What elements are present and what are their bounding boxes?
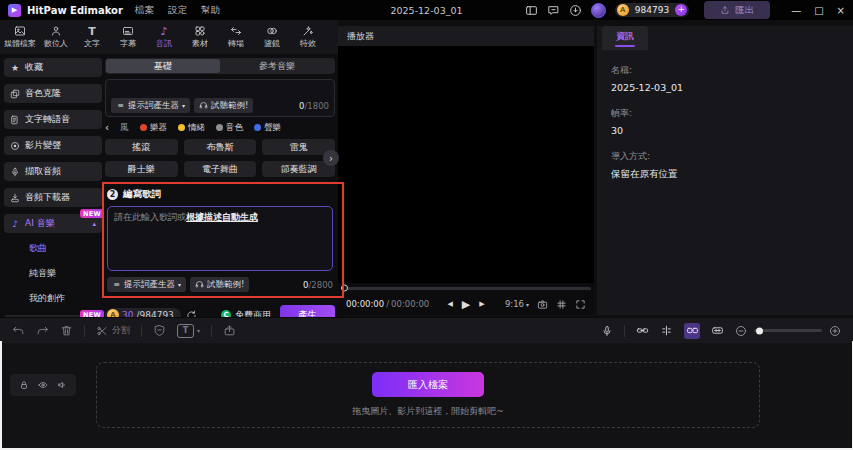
char-counter: 0/1800 <box>299 101 329 111</box>
timeline-toolbar: 分割 T ▾ <box>0 317 853 343</box>
category-vocals[interactable]: 聲樂 <box>254 122 281 134</box>
lyrics-input[interactable]: 請在此輸入歌詞或根據描述自動生成 <box>107 206 333 271</box>
tab-transitions[interactable]: 轉場 <box>218 25 254 49</box>
toggle-visibility-icon[interactable] <box>38 380 48 390</box>
sidebar-item-favorites[interactable]: ★ 收藏 <box>4 58 102 77</box>
name-field-label: 名稱: <box>611 64 839 77</box>
undo-icon[interactable] <box>12 324 25 337</box>
audio-download-icon <box>10 193 20 203</box>
category-style[interactable]: 風格 <box>120 122 129 134</box>
zoom-out-icon[interactable] <box>735 325 747 337</box>
genre-grid: 搖滾 布魯斯 雷鬼 爵士樂 電子舞曲 節奏藍調 › <box>105 139 335 177</box>
sidebar-item-audio-downloader[interactable]: 音頻下載器 <box>4 188 102 207</box>
tab-subtitles[interactable]: 字幕 <box>110 25 146 49</box>
menu-settings[interactable]: 設定 <box>168 4 187 17</box>
lock-track-icon[interactable] <box>19 380 29 390</box>
description-input[interactable]: ≡ 提示詞產生器 ▾ 試聽範例! 0/1800 <box>105 79 335 117</box>
sidebar-item-extract-audio[interactable]: 擷取音頻 <box>4 162 102 181</box>
scroll-right-button[interactable]: › <box>323 150 339 166</box>
text-style-button[interactable]: T ▾ <box>177 324 200 338</box>
export-button[interactable]: 匯出 <box>704 1 770 19</box>
category-emotions[interactable]: 情緒 <box>178 122 205 134</box>
sidebar-item-voice-changer[interactable]: 影片變聲 <box>4 136 102 155</box>
tab-text[interactable]: T 文字 <box>74 25 110 49</box>
tab-info[interactable]: 資訊 <box>602 26 648 50</box>
snapshot-icon[interactable] <box>537 299 548 310</box>
feedback-icon[interactable] <box>547 4 560 17</box>
category-instruments[interactable]: 樂器 <box>140 122 167 134</box>
lyrics-prompt-generator-button[interactable]: ≡ 提示詞產生器 ▾ <box>107 277 186 292</box>
player-header: 播放器 <box>338 26 594 46</box>
redo-icon[interactable] <box>36 324 49 337</box>
tab-media-files[interactable]: 媒體檔案 <box>2 25 38 49</box>
mask-icon[interactable] <box>153 324 166 337</box>
music-mode-tabs: 基礎 參考音樂 <box>105 58 335 74</box>
sidebar-subitem-my-creations[interactable]: 我的創作 <box>4 290 102 307</box>
seek-bar[interactable] <box>338 283 594 293</box>
export-clip-icon[interactable] <box>223 324 236 337</box>
split-button[interactable]: 分割 <box>96 324 130 337</box>
genre-blues[interactable]: 布魯斯 <box>184 139 257 155</box>
tab-filters[interactable]: 濾鏡 <box>254 25 290 49</box>
previous-frame-button[interactable]: ◀ <box>447 300 452 308</box>
project-title: 2025-12-03_01 <box>390 5 462 16</box>
seek-handle[interactable] <box>341 285 348 292</box>
timeline-area[interactable]: 匯入檔案 拖曳圖片、影片到這裡，開始剪輯吧~ <box>0 343 853 450</box>
sidebar-item-voice-clone[interactable]: 音色克隆 <box>4 84 102 103</box>
zoom-in-icon[interactable] <box>829 325 841 337</box>
headphones-icon <box>195 280 204 289</box>
delete-icon[interactable] <box>60 324 73 337</box>
tab-audio[interactable]: ♪ 音訊 <box>146 25 182 49</box>
aspect-ratio-select[interactable]: 9:16▾ <box>505 299 529 309</box>
layout-panel-icon[interactable] <box>525 4 538 17</box>
tab-digital-human[interactable]: 數位人 <box>38 25 74 49</box>
genre-rnb[interactable]: 節奏藍調 <box>262 161 335 177</box>
tab-elements[interactable]: 素材 <box>182 25 218 49</box>
play-button[interactable]: ▶ <box>462 298 470 311</box>
next-frame-button[interactable]: ▶ <box>479 300 484 308</box>
tab-effects[interactable]: 特效 <box>290 25 326 49</box>
credits-pill[interactable]: A 984793 + <box>615 3 689 17</box>
import-files-button[interactable]: 匯入檔案 <box>372 372 484 397</box>
sidebar-subitem-song[interactable]: 歌曲 <box>4 240 102 257</box>
tab-basic[interactable]: 基礎 <box>106 59 220 73</box>
prompt-generator-button[interactable]: ≡ 提示詞產生器 ▾ <box>111 98 190 113</box>
auto-generate-link[interactable]: 根據描述自動生成 <box>186 212 258 222</box>
safe-area-grid-icon[interactable] <box>556 299 567 310</box>
zoom-slider-handle[interactable] <box>756 327 763 334</box>
voiceover-mic-icon[interactable] <box>601 325 613 337</box>
menu-file[interactable]: 檔案 <box>135 4 154 17</box>
scroll-left-icon[interactable]: ‹ <box>105 123 109 133</box>
title-bar: ▶ HitPaw Edimakor 檔案 設定 幫助 2025-12-03_01… <box>0 0 853 20</box>
mute-track-icon[interactable] <box>57 380 67 390</box>
lyrics-section: 2 編寫歌詞 請在此輸入歌詞或根據描述自動生成 ≡ 提示詞產生器 ▾ 試聽範例!… <box>105 185 335 296</box>
magnetic-snap-icon[interactable] <box>660 324 673 337</box>
close-button[interactable]: × <box>837 5 845 16</box>
timeline-zoom-slider[interactable] <box>754 329 822 332</box>
link-clips-icon[interactable] <box>636 324 649 337</box>
sidebar-subitem-instrumental[interactable]: 純音樂 <box>4 265 102 282</box>
auto-ripple-icon[interactable] <box>684 323 700 339</box>
lyrics-listen-samples-button[interactable]: 試聽範例! <box>190 277 249 292</box>
tab-reference-music[interactable]: 參考音樂 <box>220 59 334 73</box>
video-preview[interactable] <box>338 46 594 283</box>
subtitles-icon <box>122 25 134 37</box>
maximize-button[interactable]: □ <box>814 5 823 16</box>
genre-edm[interactable]: 電子舞曲 <box>184 161 257 177</box>
fullscreen-icon[interactable] <box>575 299 586 310</box>
user-avatar[interactable] <box>591 3 606 18</box>
media-drop-zone[interactable]: 匯入檔案 拖曳圖片、影片到這裡，開始剪輯吧~ <box>96 362 760 428</box>
menu-help[interactable]: 幫助 <box>201 4 220 17</box>
genre-jazz[interactable]: 爵士樂 <box>105 161 178 177</box>
genre-rock[interactable]: 搖滾 <box>105 139 178 155</box>
category-timbre[interactable]: 音色 <box>216 122 243 134</box>
minimize-button[interactable]: — <box>791 5 801 16</box>
download-icon[interactable] <box>569 4 582 17</box>
sidebar-item-ai-music[interactable]: ♪ AI 音樂 NEW ▴ <box>4 214 102 233</box>
add-credits-button[interactable]: + <box>675 4 687 16</box>
app-name: HitPaw Edimakor <box>27 5 123 16</box>
export-label: 匯出 <box>735 4 754 17</box>
listen-samples-button[interactable]: 試聽範例! <box>194 98 253 113</box>
fit-timeline-icon[interactable] <box>711 324 724 337</box>
sidebar-item-text-to-speech[interactable]: 文字轉語音 <box>4 110 102 129</box>
